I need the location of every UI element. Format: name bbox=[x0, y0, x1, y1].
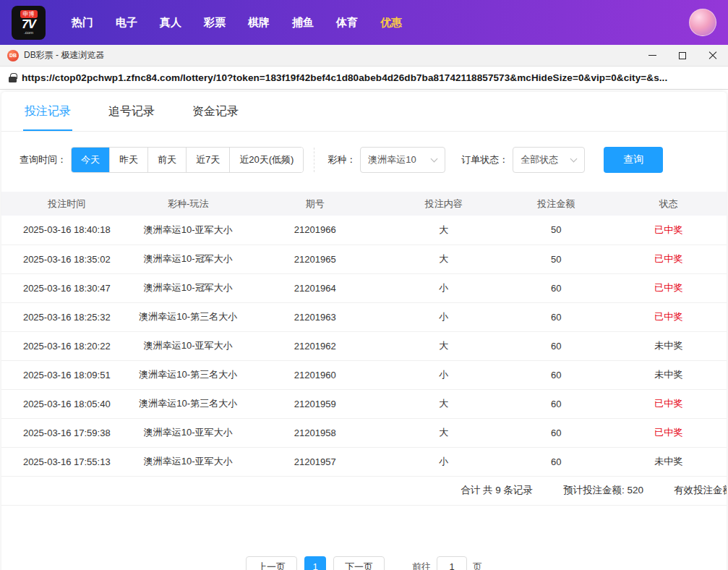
record-tabs: 投注记录追号记录资金记录 bbox=[1, 92, 727, 132]
nav-item-5[interactable]: 棋牌 bbox=[248, 16, 270, 30]
query-button[interactable]: 查询 bbox=[604, 147, 663, 173]
bet-content: 大 bbox=[386, 244, 502, 273]
bet-game: 澳洲幸运10-第三名大小 bbox=[132, 389, 244, 418]
tab-3[interactable]: 资金记录 bbox=[191, 92, 240, 131]
lottery-records-panel: 投注记录追号记录资金记录 查询时间： 今天昨天前天近7天近20天(低频) 彩种：… bbox=[1, 92, 727, 570]
bet-amount: 50 bbox=[502, 244, 610, 273]
nav-item-2[interactable]: 电子 bbox=[116, 16, 137, 30]
goto-page-input[interactable] bbox=[437, 556, 467, 570]
nav-item-4[interactable]: 彩票 bbox=[204, 16, 226, 30]
bet-content: 大 bbox=[386, 418, 502, 447]
col-header-time: 投注时间 bbox=[1, 192, 132, 216]
user-avatar[interactable] bbox=[689, 9, 716, 36]
prev-page-button[interactable]: 上一页 bbox=[246, 556, 297, 570]
next-page-button[interactable]: 下一页 bbox=[333, 556, 385, 570]
browser-title-bar: DB DB彩票 - 极速浏览器 bbox=[0, 45, 728, 67]
table-row: 2025-03-16 18:35:02澳洲幸运10-冠军大小21201965大5… bbox=[1, 244, 727, 273]
bet-issue: 21201965 bbox=[244, 244, 386, 273]
bet-records-table: 投注时间 彩种-玩法 期号 投注内容 投注金额 状态 2025-03-16 18… bbox=[1, 192, 727, 477]
bet-content: 小 bbox=[386, 302, 502, 331]
nav-item-7[interactable]: 体育 bbox=[336, 16, 358, 30]
bet-content: 小 bbox=[386, 360, 502, 389]
bet-time: 2025-03-16 18:05:40 bbox=[1, 389, 132, 418]
browser-address-bar[interactable]: https://ctop02pchwp1.zfnc84.com/lottery/… bbox=[0, 67, 728, 90]
col-header-content: 投注内容 bbox=[386, 192, 502, 216]
summary-expected: 预计投注金额: 520 bbox=[563, 484, 643, 497]
bet-issue: 21201966 bbox=[244, 216, 386, 244]
bet-game: 澳洲幸运10-第三名大小 bbox=[132, 302, 244, 331]
chevron-down-icon bbox=[431, 156, 438, 163]
bet-amount: 60 bbox=[502, 360, 610, 389]
goto-label: 前往 bbox=[412, 561, 431, 570]
time-filter-group: 今天昨天前天近7天近20天(低频) bbox=[71, 147, 304, 173]
nav-item-6[interactable]: 捕鱼 bbox=[292, 16, 314, 30]
col-header-issue: 期号 bbox=[244, 192, 386, 216]
lottery-select[interactable]: 澳洲幸运10 bbox=[360, 147, 445, 173]
bet-issue: 21201963 bbox=[244, 302, 386, 331]
bet-time: 2025-03-16 17:59:38 bbox=[1, 418, 132, 447]
pagination: 上一页 1 下一页 前往 页 bbox=[1, 556, 727, 570]
bet-issue: 21201960 bbox=[244, 360, 386, 389]
logo-badge: 申博 bbox=[20, 10, 38, 18]
nav-item-3[interactable]: 真人 bbox=[160, 16, 181, 30]
bet-content: 大 bbox=[386, 331, 502, 360]
status-select-value: 全部状态 bbox=[521, 153, 558, 166]
bet-amount: 50 bbox=[502, 216, 610, 244]
time-option-1[interactable]: 今天 bbox=[72, 148, 109, 172]
bet-issue: 21201957 bbox=[244, 447, 386, 476]
bet-amount: 60 bbox=[502, 302, 610, 331]
status-filter: 订单状态： 全部状态 bbox=[461, 147, 585, 173]
bet-issue: 21201962 bbox=[244, 331, 386, 360]
main-nav: 热门电子真人彩票棋牌捕鱼体育优惠 bbox=[72, 16, 402, 30]
time-option-4[interactable]: 近7天 bbox=[186, 148, 229, 172]
tab-1[interactable]: 投注记录 bbox=[23, 92, 72, 131]
bet-issue: 21201964 bbox=[244, 273, 386, 302]
filter-bar: 查询时间： 今天昨天前天近7天近20天(低频) 彩种： 澳洲幸运10 订单状态：… bbox=[1, 132, 727, 185]
goto-page-group: 前往 页 bbox=[412, 556, 482, 570]
bet-issue: 21201958 bbox=[244, 418, 386, 447]
bet-status: 未中奖 bbox=[610, 447, 727, 476]
bet-status: 未中奖 bbox=[610, 360, 727, 389]
bet-amount: 60 bbox=[502, 273, 610, 302]
time-option-5[interactable]: 近20天(低频) bbox=[229, 148, 303, 172]
bet-content: 小 bbox=[386, 447, 502, 476]
status-filter-label: 订单状态： bbox=[461, 153, 508, 166]
summary-total: 合计 共 9 条记录 bbox=[461, 484, 533, 497]
table-header-row: 投注时间 彩种-玩法 期号 投注内容 投注金额 状态 bbox=[1, 192, 727, 216]
lottery-filter: 彩种： 澳洲幸运10 bbox=[327, 147, 445, 173]
nav-item-1[interactable]: 热门 bbox=[72, 16, 93, 30]
lottery-filter-label: 彩种： bbox=[327, 153, 356, 166]
current-page-button[interactable]: 1 bbox=[304, 556, 326, 570]
bet-amount: 60 bbox=[502, 418, 610, 447]
close-button[interactable] bbox=[698, 45, 728, 67]
status-select[interactable]: 全部状态 bbox=[513, 147, 585, 173]
site-logo[interactable]: 申博 7V .com bbox=[12, 6, 46, 40]
time-option-3[interactable]: 前天 bbox=[147, 148, 186, 172]
nav-item-8[interactable]: 优惠 bbox=[380, 16, 402, 30]
bet-content: 大 bbox=[386, 389, 502, 418]
bet-status: 已中奖 bbox=[610, 244, 727, 273]
bet-game: 澳洲幸运10-亚军大小 bbox=[132, 216, 244, 244]
logo-suffix: .com bbox=[24, 30, 33, 35]
col-header-amount: 投注金额 bbox=[502, 192, 610, 216]
bet-time: 2025-03-16 18:35:02 bbox=[1, 244, 132, 273]
time-option-2[interactable]: 昨天 bbox=[109, 148, 147, 172]
tab-2[interactable]: 追号记录 bbox=[107, 92, 156, 131]
table-row: 2025-03-16 18:09:51澳洲幸运10-第三名大小21201960小… bbox=[1, 360, 727, 389]
minimize-button[interactable] bbox=[637, 45, 667, 67]
summary-valid: 有效投注金额 bbox=[674, 484, 727, 497]
bet-time: 2025-03-16 18:40:18 bbox=[1, 216, 132, 244]
bet-amount: 60 bbox=[502, 447, 610, 476]
bet-status: 已中奖 bbox=[610, 418, 727, 447]
maximize-button[interactable] bbox=[667, 45, 698, 67]
table-row: 2025-03-16 18:40:18澳洲幸运10-亚军大小21201966大5… bbox=[1, 216, 727, 244]
bet-amount: 60 bbox=[502, 389, 610, 418]
window-controls bbox=[637, 45, 728, 67]
url-text[interactable]: https://ctop02pchwp1.zfnc84.com/lottery/… bbox=[22, 72, 667, 83]
records-tbody: 2025-03-16 18:40:18澳洲幸运10-亚军大小21201966大5… bbox=[1, 216, 727, 476]
filter-divider bbox=[314, 148, 314, 172]
bet-status: 已中奖 bbox=[610, 273, 727, 302]
bet-status: 已中奖 bbox=[610, 302, 727, 331]
logo-text: 7V bbox=[22, 18, 35, 30]
browser-window-title: DB彩票 - 极速浏览器 bbox=[24, 49, 104, 61]
